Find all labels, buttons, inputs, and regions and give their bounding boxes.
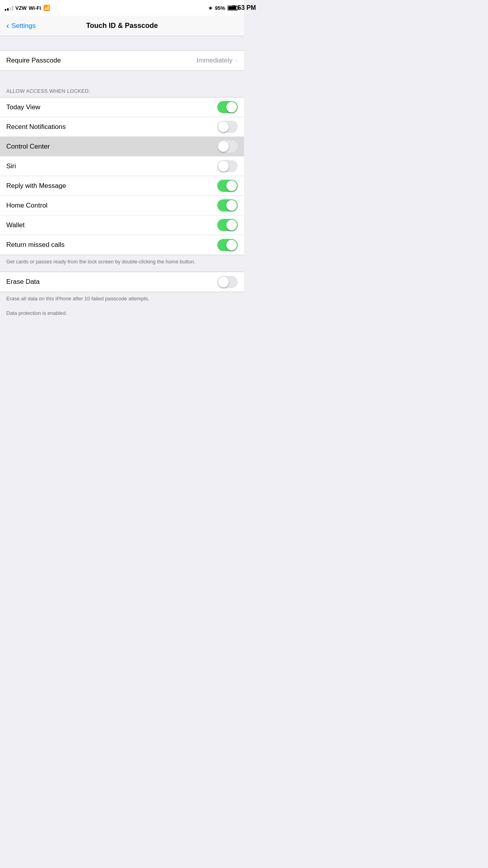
erase-data-footer-text: Erase all data on this iPhone after 10 f… (6, 296, 149, 302)
allow-access-header: ALLOW ACCESS WHEN LOCKED: (0, 85, 244, 97)
status-right: ∗ 95% (208, 5, 238, 11)
content: Require Passcode Immediately › ALLOW ACC… (0, 36, 244, 323)
require-passcode-row[interactable]: Require Passcode Immediately › (0, 51, 244, 70)
wallet-row[interactable]: Wallet (0, 215, 244, 235)
return-missed-calls-knob (226, 240, 237, 250)
recent-notifications-toggle[interactable] (217, 121, 238, 133)
home-control-toggle[interactable] (217, 199, 238, 211)
control-center-row[interactable]: Control Center (0, 137, 244, 156)
require-passcode-value: Immediately (196, 57, 233, 64)
allow-access-group: Today View Recent Notifications Control … (0, 97, 244, 255)
reply-with-message-toggle[interactable] (217, 180, 238, 192)
page-title: Touch ID & Passcode (86, 22, 158, 30)
status-bar: VZW Wi-Fi 📶 3:53 PM ∗ 95% (0, 0, 244, 16)
erase-data-row[interactable]: Erase Data (0, 272, 244, 292)
siri-row[interactable]: Siri (0, 156, 244, 176)
wifi-icon: 📶 (43, 5, 50, 11)
erase-data-knob (218, 277, 229, 287)
reply-with-message-knob (226, 180, 237, 191)
battery-percent: 95% (215, 5, 225, 11)
recent-notifications-label: Recent Notifications (6, 123, 66, 131)
erase-data-footer: Erase all data on this iPhone after 10 f… (0, 292, 244, 323)
return-missed-calls-label: Return missed calls (6, 241, 64, 249)
reply-with-message-label: Reply with Message (6, 182, 66, 190)
back-label: Settings (11, 22, 35, 30)
recent-notifications-knob (218, 121, 229, 132)
control-center-toggle[interactable] (217, 140, 238, 153)
back-chevron-icon: ‹ (6, 22, 9, 30)
battery-icon (227, 6, 238, 11)
require-passcode-right: Immediately › (196, 57, 238, 64)
bluetooth-icon: ∗ (208, 5, 213, 11)
return-missed-calls-row[interactable]: Return missed calls (0, 235, 244, 255)
home-control-row[interactable]: Home Control (0, 196, 244, 215)
top-gap (0, 36, 244, 50)
siri-label: Siri (6, 162, 16, 170)
reply-with-message-row[interactable]: Reply with Message (0, 176, 244, 196)
today-view-row[interactable]: Today View (0, 97, 244, 117)
require-passcode-group: Require Passcode Immediately › (0, 50, 244, 71)
today-view-knob (226, 102, 237, 112)
wallet-toggle[interactable] (217, 219, 238, 231)
require-passcode-chevron: › (236, 57, 238, 64)
wallet-knob (226, 220, 237, 230)
nav-bar: ‹ Settings Touch ID & Passcode (0, 16, 244, 36)
carrier-label: VZW (15, 5, 27, 11)
siri-toggle[interactable] (217, 160, 238, 172)
control-center-label: Control Center (6, 143, 50, 151)
siri-knob (218, 161, 229, 171)
battery-fill (228, 6, 236, 10)
erase-data-toggle[interactable] (217, 276, 238, 288)
home-control-label: Home Control (6, 202, 48, 210)
back-button[interactable]: ‹ Settings (6, 22, 36, 30)
home-control-knob (226, 200, 237, 211)
today-view-toggle[interactable] (217, 101, 238, 113)
today-view-label: Today View (6, 103, 40, 111)
wallet-footer-note: Get cards or passes ready from the lock … (0, 255, 244, 272)
signal-bars (5, 5, 13, 11)
network-label: Wi-Fi (29, 5, 41, 11)
mid-gap-1 (0, 71, 244, 85)
recent-notifications-row[interactable]: Recent Notifications (0, 117, 244, 137)
erase-data-group: Erase Data (0, 272, 244, 292)
data-protection-note: Data protection is enabled. (6, 310, 67, 316)
wallet-label: Wallet (6, 221, 25, 229)
control-center-knob (218, 141, 229, 152)
status-left: VZW Wi-Fi 📶 (5, 5, 50, 11)
require-passcode-label: Require Passcode (6, 57, 61, 64)
battery-indicator (227, 6, 238, 11)
return-missed-calls-toggle[interactable] (217, 239, 238, 251)
erase-data-label: Erase Data (6, 278, 40, 286)
